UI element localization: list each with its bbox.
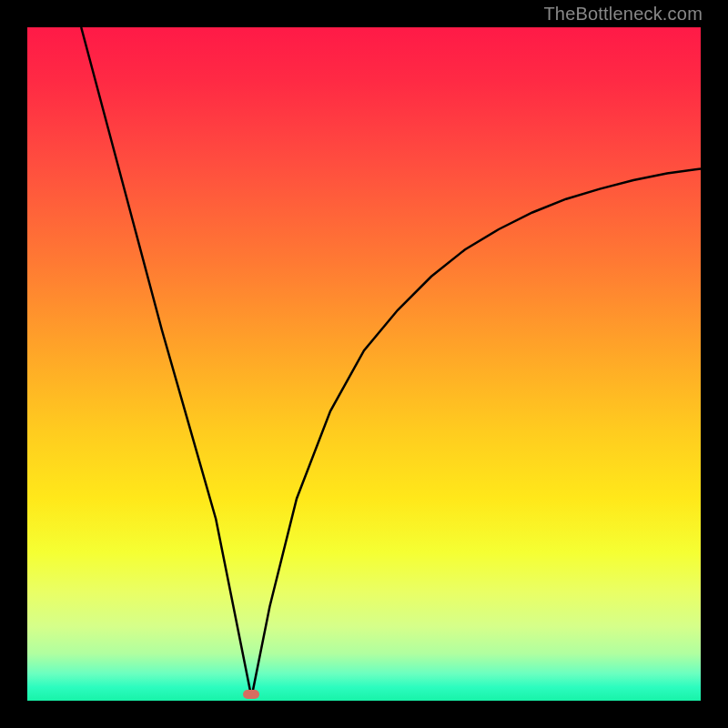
chart-container: TheBottleneck.com (0, 0, 728, 728)
curve-layer (27, 27, 701, 701)
watermark-text: TheBottleneck.com (543, 4, 703, 25)
highlight-marker (243, 690, 259, 699)
plot-area (27, 27, 701, 701)
bottleneck-curve (81, 27, 701, 697)
